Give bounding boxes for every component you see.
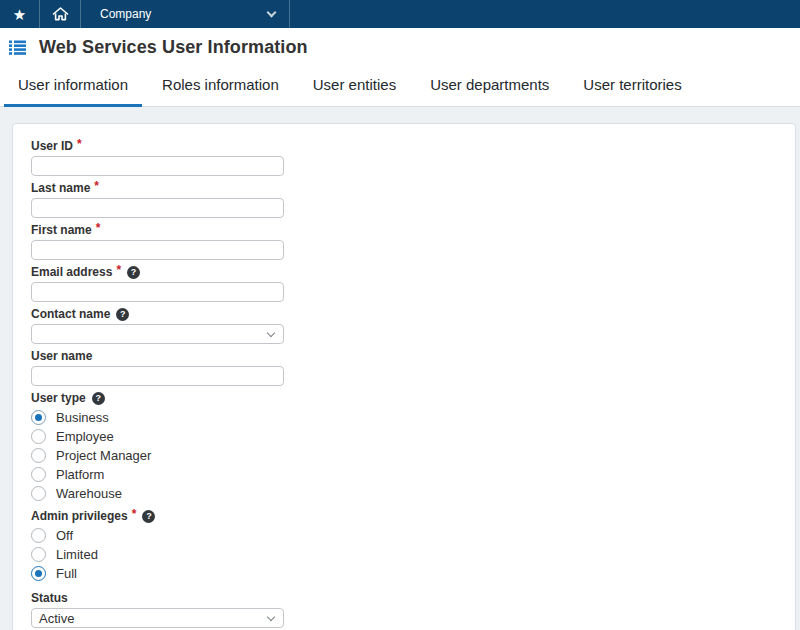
contact-name-select[interactable] (31, 324, 284, 344)
tab-user-territories[interactable]: User territories (569, 76, 695, 107)
tab-user-departments[interactable]: User departments (416, 76, 563, 107)
user-name-input[interactable] (31, 366, 284, 386)
first-name-input[interactable] (31, 240, 284, 260)
admin-privileges-label: Admin privileges (31, 509, 128, 523)
help-icon[interactable]: ? (142, 510, 155, 523)
star-icon: ★ (13, 7, 26, 22)
user-id-input[interactable] (31, 156, 284, 176)
radio-user-type-platform[interactable]: Platform (31, 465, 284, 484)
radio-button (31, 547, 46, 562)
help-icon[interactable]: ? (116, 308, 129, 321)
radio-label: Off (56, 528, 73, 543)
field-first-name: First name * (31, 223, 284, 260)
radio-button (31, 448, 46, 463)
radio-button (31, 429, 46, 444)
radio-button (31, 566, 46, 581)
tab-user-information[interactable]: User information (4, 76, 142, 107)
page-title: Web Services User Information (39, 37, 308, 58)
radio-admin-off[interactable]: Off (31, 526, 284, 545)
radio-user-type-warehouse[interactable]: Warehouse (31, 484, 284, 503)
radio-user-type-employee[interactable]: Employee (31, 427, 284, 446)
required-marker: * (96, 221, 101, 235)
user-type-label: User type (31, 391, 86, 405)
field-admin-privileges: Admin privileges * ? Off Limited Full (31, 509, 284, 583)
field-user-name: User name (31, 349, 284, 386)
field-status: Status Active (31, 591, 284, 628)
tab-bar: User information Roles information User … (0, 66, 800, 107)
status-select[interactable]: Active (31, 608, 284, 628)
help-icon[interactable]: ? (127, 266, 140, 279)
radio-button (31, 486, 46, 501)
radio-button (31, 410, 46, 425)
field-user-id: User ID * (31, 139, 284, 176)
help-icon[interactable]: ? (92, 392, 105, 405)
chevron-down-icon (267, 613, 275, 621)
radio-label: Warehouse (56, 486, 122, 501)
radio-user-type-business[interactable]: Business (31, 408, 284, 427)
radio-admin-full[interactable]: Full (31, 564, 284, 583)
required-marker: * (116, 263, 121, 277)
field-user-type: User type ? Business Employee Project Ma… (31, 391, 284, 503)
user-id-label: User ID (31, 139, 73, 153)
topbar-spacer (290, 0, 800, 28)
tab-roles-information[interactable]: Roles information (148, 76, 293, 107)
radio-user-type-project-manager[interactable]: Project Manager (31, 446, 284, 465)
content-area: User ID * Last name * First name * Email… (0, 107, 800, 630)
email-address-label: Email address (31, 265, 112, 279)
user-information-form: User ID * Last name * First name * Email… (12, 123, 796, 630)
chevron-down-icon (267, 329, 275, 337)
field-last-name: Last name * (31, 181, 284, 218)
required-marker: * (77, 137, 82, 151)
status-select-value: Active (39, 611, 74, 626)
favorites-button[interactable]: ★ (0, 0, 40, 28)
field-contact-name: Contact name ? (31, 307, 284, 344)
last-name-label: Last name (31, 181, 90, 195)
radio-button (31, 528, 46, 543)
radio-admin-limited[interactable]: Limited (31, 545, 284, 564)
radio-label: Employee (56, 429, 114, 444)
user-name-label: User name (31, 349, 92, 363)
home-button[interactable] (40, 0, 81, 28)
page-header: Web Services User Information (0, 28, 800, 66)
home-icon (52, 6, 69, 22)
radio-button (31, 467, 46, 482)
email-address-input[interactable] (31, 282, 284, 302)
field-email-address: Email address * ? (31, 265, 284, 302)
first-name-label: First name (31, 223, 92, 237)
company-menu[interactable]: Company (81, 0, 290, 28)
topbar: ★ Company (0, 0, 800, 28)
status-label: Status (31, 591, 68, 605)
radio-label: Full (56, 566, 77, 581)
contact-name-label: Contact name (31, 307, 110, 321)
required-marker: * (132, 507, 137, 521)
chevron-down-icon (267, 8, 277, 18)
radio-label: Business (56, 410, 109, 425)
list-icon (9, 40, 26, 55)
radio-label: Limited (56, 547, 98, 562)
tab-user-entities[interactable]: User entities (299, 76, 410, 107)
last-name-input[interactable] (31, 198, 284, 218)
required-marker: * (94, 179, 99, 193)
radio-label: Platform (56, 467, 104, 482)
company-menu-label: Company (100, 7, 151, 21)
radio-label: Project Manager (56, 448, 151, 463)
